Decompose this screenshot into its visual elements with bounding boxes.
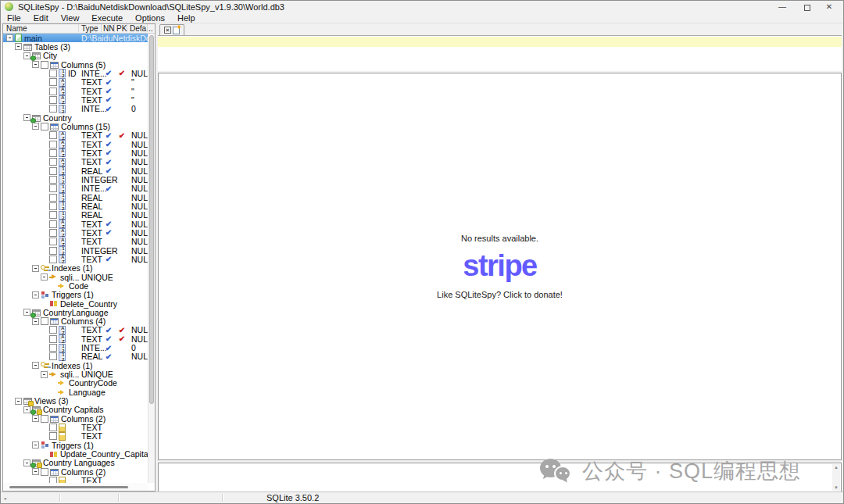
- tree-row[interactable]: Triggers (1): [3, 291, 148, 299]
- editor-current-line[interactable]: [158, 37, 842, 47]
- column-header-defa[interactable]: Defa...: [130, 24, 152, 34]
- maximize-button[interactable]: [796, 2, 818, 12]
- checkbox[interactable]: [49, 238, 57, 245]
- expand-toggle[interactable]: [15, 398, 22, 405]
- tree-row[interactable]: TEXT✔NULL: [3, 148, 148, 157]
- tree-row[interactable]: TEXT✔NULL: [3, 158, 148, 166]
- tree-row[interactable]: TEXT✔✔NULL: [3, 131, 148, 140]
- checkbox[interactable]: [49, 256, 57, 263]
- tree-row[interactable]: City: [3, 52, 148, 60]
- expand-toggle[interactable]: [32, 362, 39, 369]
- tree-row[interactable]: INTEGERNULL: [3, 175, 148, 184]
- tree-row[interactable]: TEXT✔NULL: [3, 255, 148, 263]
- expand-toggle[interactable]: [23, 52, 30, 59]
- checkbox[interactable]: [49, 326, 57, 334]
- checkbox[interactable]: [49, 424, 57, 431]
- checkbox[interactable]: [41, 61, 48, 69]
- expand-toggle[interactable]: [23, 406, 30, 413]
- column-header-type[interactable]: Type: [81, 24, 98, 34]
- tree-row[interactable]: Code: [3, 281, 148, 290]
- tree-row[interactable]: Views (3): [3, 396, 148, 405]
- menu-execute[interactable]: Execute: [85, 13, 129, 23]
- checkbox[interactable]: [49, 194, 57, 202]
- checkbox[interactable]: [49, 105, 57, 113]
- tree-row[interactable]: REALNULL: [3, 193, 148, 202]
- tree-row[interactable]: Language: [3, 388, 148, 396]
- checkbox[interactable]: [49, 477, 57, 483]
- expand-toggle[interactable]: [32, 123, 39, 130]
- checkbox[interactable]: [49, 176, 57, 184]
- tree-row[interactable]: INTE...✔NULL: [3, 184, 148, 193]
- checkbox[interactable]: [49, 344, 57, 352]
- tree-row[interactable]: Columns (2): [3, 467, 148, 476]
- checkbox[interactable]: [49, 70, 57, 77]
- tree-row[interactable]: Tables (3): [3, 42, 148, 51]
- menu-file[interactable]: File: [1, 13, 27, 23]
- scroll-up-icon[interactable]: ▲: [832, 465, 840, 470]
- checkbox[interactable]: [49, 78, 57, 86]
- expand-toggle[interactable]: [32, 441, 39, 449]
- checkbox[interactable]: [49, 220, 57, 228]
- column-header-name[interactable]: Name: [6, 24, 27, 34]
- tree-row[interactable]: Country Languages: [3, 459, 148, 467]
- expand-toggle[interactable]: [32, 468, 39, 475]
- checkbox[interactable]: [49, 131, 57, 139]
- checkbox[interactable]: [41, 123, 48, 130]
- column-header-nn[interactable]: NN: [103, 24, 114, 34]
- expand-toggle[interactable]: [23, 309, 30, 316]
- checkbox[interactable]: [41, 317, 48, 325]
- tree-row[interactable]: TEXT✔✔NULL: [3, 334, 148, 343]
- tree-row[interactable]: mainD:\BaiduNetdiskDownload\: [3, 34, 148, 42]
- new-tab-icon[interactable]: [173, 27, 180, 34]
- minimize-button[interactable]: —: [771, 2, 793, 12]
- messages-scrollbar[interactable]: ▲ ▼: [832, 464, 840, 491]
- checkbox[interactable]: [49, 149, 57, 157]
- menu-view[interactable]: View: [55, 13, 86, 23]
- checkbox[interactable]: [49, 158, 57, 166]
- tree-row[interactable]: INTE...✔0: [3, 343, 148, 352]
- expand-toggle[interactable]: [41, 371, 48, 378]
- scroll-down-icon[interactable]: ▼: [832, 485, 840, 490]
- tree-row[interactable]: TEXT✔NULL: [3, 220, 148, 228]
- expand-toggle[interactable]: [15, 43, 22, 50]
- tree-vertical-scrollbar[interactable]: [148, 34, 155, 483]
- checkbox[interactable]: [49, 167, 57, 175]
- tree-row[interactable]: TEXT✔NULL: [3, 140, 148, 148]
- tree-row[interactable]: INTEGERNULL: [3, 246, 148, 255]
- tree-row[interactable]: TEXT✔": [3, 78, 148, 87]
- checkbox[interactable]: [41, 415, 48, 423]
- donate-text[interactable]: Like SQLiteSpy? Click to donate!: [437, 290, 563, 299]
- scrollbar-thumb[interactable]: [9, 486, 128, 488]
- tree-horizontal-scrollbar[interactable]: [3, 483, 148, 491]
- tree-row[interactable]: Country: [3, 113, 148, 122]
- checkbox[interactable]: [49, 88, 57, 95]
- expand-toggle[interactable]: [41, 273, 48, 281]
- menu-options[interactable]: Options: [129, 13, 171, 23]
- sql-editor[interactable]: [158, 35, 842, 71]
- sql-tab[interactable]: ✕: [159, 24, 184, 35]
- tree-row[interactable]: sqli...UNIQUE: [3, 273, 148, 281]
- tree-row[interactable]: Columns (2): [3, 414, 148, 423]
- tree-row[interactable]: TEXT: [3, 432, 148, 441]
- tree-row[interactable]: REALNULL: [3, 202, 148, 210]
- tree-row[interactable]: INTE...✔0: [3, 105, 148, 113]
- tree-row[interactable]: Update_Country_Capitals: [3, 449, 148, 458]
- tree-row[interactable]: TEXT✔NULL: [3, 228, 148, 237]
- checkbox[interactable]: [49, 141, 57, 148]
- expand-toggle[interactable]: [23, 114, 30, 121]
- tree-row[interactable]: Columns (4): [3, 317, 148, 326]
- checkbox[interactable]: [49, 247, 57, 255]
- checkbox[interactable]: [49, 202, 57, 210]
- tree-row[interactable]: Country Capitals: [3, 406, 148, 414]
- tree-row[interactable]: TEXT✔": [3, 87, 148, 95]
- menu-help[interactable]: Help: [171, 13, 202, 23]
- checkbox[interactable]: [49, 96, 57, 104]
- expand-toggle[interactable]: [32, 265, 39, 272]
- expand-toggle[interactable]: [23, 459, 30, 466]
- menu-edit[interactable]: Edit: [27, 13, 55, 23]
- checkbox[interactable]: [49, 352, 57, 360]
- tree-row[interactable]: IDINTE...✔✔NULL: [3, 69, 148, 77]
- tree-row[interactable]: REAL✔NULL: [3, 352, 148, 361]
- checkbox[interactable]: [49, 211, 57, 219]
- checkbox[interactable]: [49, 184, 57, 192]
